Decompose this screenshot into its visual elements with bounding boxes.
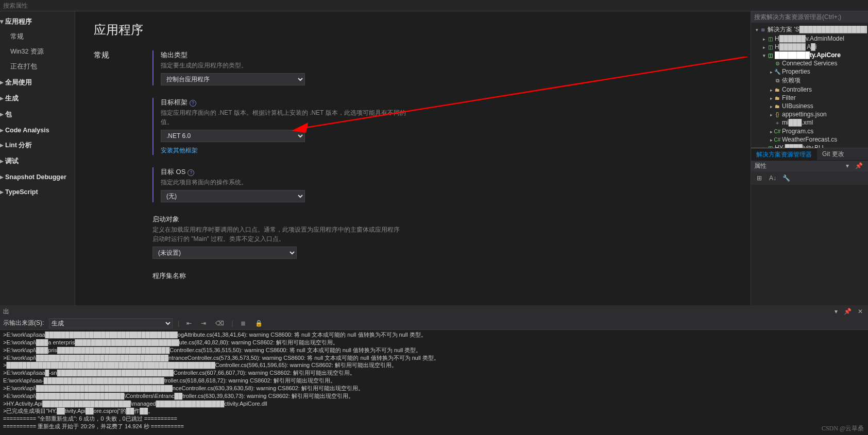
pin-icon[interactable]: ▾: [844, 162, 851, 169]
field-target-framework: 目标框架? 指定应用程序面向的 .NET 版本。根据计算机上安装的 .NET 版…: [152, 98, 732, 155]
sidebar-item[interactable]: ▸生成: [0, 91, 75, 106]
sidebar-item[interactable]: ▸Lint 分析: [0, 138, 75, 153]
tree-node[interactable]: ▸◫HY ████ivity.BLL: [752, 144, 867, 148]
field-startup: 启动对象 定义在加载应用程序时要调用的入口点。通常，此项设置为应用程序中的主窗体…: [152, 215, 732, 259]
right-tab[interactable]: 解决方案资源管理器: [751, 148, 817, 160]
wrench-icon[interactable]: 🔧: [781, 173, 791, 183]
tree-node[interactable]: ▸🔧Properties: [752, 67, 867, 76]
toggle-wrap-icon[interactable]: ≣: [239, 319, 248, 328]
goto-prev-icon[interactable]: ⇤: [184, 319, 194, 328]
sidebar-item[interactable]: ▸TypeScript: [0, 185, 75, 199]
tree-node[interactable]: ▸C#Program.cs: [752, 127, 867, 135]
tree-node[interactable]: ▸◫H██████v.AdminModel: [752, 34, 867, 43]
property-search-bar[interactable]: [0, 0, 868, 11]
sidebar-item[interactable]: 正在打包: [0, 59, 75, 74]
tree-node[interactable]: ▸🖿Controllers: [752, 85, 867, 94]
tree-node[interactable]: ▾◫████████ty.ApiCore: [752, 51, 867, 59]
tree-node[interactable]: ▸{}appsettings.json: [752, 110, 867, 118]
solution-explorer: 搜索解决方案资源管理器(Ctrl+;) ▾⧈解决方案 'S███████████…: [751, 11, 868, 305]
lock-icon[interactable]: 🔒: [253, 319, 265, 328]
startup-title: 启动对象: [152, 215, 179, 223]
goto-next-icon[interactable]: ⇥: [199, 319, 208, 328]
solution-search[interactable]: 搜索解决方案资源管理器(Ctrl+;): [751, 11, 868, 23]
output-type-desc: 指定要生成的应用程序的类型。: [161, 61, 408, 70]
output-body[interactable]: >E:\work\api\saa████████████████████████…: [0, 330, 868, 435]
properties-body: [751, 185, 868, 306]
startup-select[interactable]: (未设置): [152, 247, 297, 259]
help-icon[interactable]: ?: [188, 169, 194, 176]
asm-name-title: 程序集名称: [152, 272, 186, 280]
tree-node[interactable]: ▾⧈解决方案 'S████████████████' (9 个项: [752, 25, 867, 34]
output-tab-label[interactable]: 出: [3, 307, 9, 316]
output-panel: 出 ▾ 📌 ✕ 示输出来源(S): 生成 | ⇤ ⇥ ⌫ | ≣ 🔒 >E:\w…: [0, 305, 868, 435]
clear-icon[interactable]: ⌫: [213, 319, 226, 328]
field-output-type: 输出类型 指定要生成的应用程序的类型。 控制台应用程序: [152, 50, 732, 85]
tree-node[interactable]: ▸◫H██████ A█i: [752, 43, 867, 51]
sidebar-item[interactable]: Win32 资源: [0, 44, 75, 59]
field-target-os: 目标 OS? 指定此项目将面向的操作系统。 (无): [152, 167, 732, 202]
categorize-icon[interactable]: ⊞: [754, 173, 764, 183]
target-os-desc: 指定此项目将面向的操作系统。: [161, 178, 408, 187]
solution-search-placeholder: 搜索解决方案资源管理器(Ctrl+;): [754, 13, 841, 22]
sort-icon[interactable]: A↓: [768, 173, 778, 183]
tree-node[interactable]: ＋mi███.xml: [752, 118, 867, 127]
dropdown-icon[interactable]: ▾: [832, 308, 840, 315]
page-title: 应用程序: [94, 22, 732, 38]
tree-node[interactable]: ▸🖿Filter: [752, 94, 867, 102]
pin-icon[interactable]: 📌: [842, 308, 854, 315]
watermark: CSDN @云草桑: [822, 424, 864, 433]
target-framework-select[interactable]: .NET 6.0: [161, 130, 305, 142]
output-source-select[interactable]: 生成: [49, 318, 173, 328]
tree-node[interactable]: ⚙Connected Services: [752, 59, 867, 67]
sidebar-item[interactable]: 常规: [0, 29, 75, 44]
properties-label: 属性: [754, 162, 767, 170]
tree-node[interactable]: ▸C#WeatherForecast.cs: [752, 135, 867, 144]
output-type-title: 输出类型: [161, 51, 188, 59]
sidebar-item[interactable]: ▸包: [0, 107, 75, 122]
sidebar-item[interactable]: ▾应用程序: [0, 14, 75, 29]
startup-desc: 定义在加载应用程序时要调用的入口点。通常，此项设置为应用程序中的主窗体或应用程序…: [152, 225, 400, 243]
field-asm-name: 程序集名称: [152, 271, 732, 281]
close-icon[interactable]: ✕: [856, 308, 865, 315]
target-os-select[interactable]: (无): [161, 190, 305, 202]
output-source-label: 示输出来源(S):: [3, 319, 44, 327]
properties-toolbar: ⊞ A↓ 🔧: [751, 171, 868, 185]
tree-node[interactable]: ⧉依赖项: [752, 76, 867, 85]
sidebar-item[interactable]: ▸Snapshot Debugger: [0, 170, 75, 184]
property-search-input[interactable]: [3, 2, 106, 9]
output-type-select[interactable]: 控制台应用程序: [161, 73, 305, 85]
install-framework-link[interactable]: 安装其他框架: [161, 146, 198, 155]
target-os-title: 目标 OS: [161, 168, 185, 176]
sidebar-item[interactable]: ▸调试: [0, 154, 75, 169]
right-tab[interactable]: Git 更改: [817, 148, 849, 160]
help-icon[interactable]: ?: [190, 100, 196, 107]
solution-tree[interactable]: ▾⧈解决方案 'S████████████████' (9 个项▸◫H█████…: [751, 23, 868, 148]
tree-node[interactable]: ▸🖿UIBusiness: [752, 102, 867, 110]
sidebar-item[interactable]: ▸Code Analysis: [0, 123, 75, 137]
sidebar: ▾应用程序常规Win32 资源正在打包▸全局使用▸生成▸包▸Code Analy…: [0, 11, 75, 305]
target-framework-title: 目标框架: [161, 98, 188, 106]
properties-header: 属性 ▾ 📌: [751, 160, 868, 171]
section-label: 常规: [94, 50, 152, 293]
pin-icon-2[interactable]: 📌: [853, 162, 865, 169]
right-tabs: 解决方案资源管理器Git 更改: [751, 148, 868, 160]
sidebar-item[interactable]: ▸全局使用: [0, 75, 75, 90]
center-content: 应用程序 常规 输出类型 指定要生成的应用程序的类型。 控制台应用程序 目标框架…: [75, 11, 751, 305]
target-framework-desc: 指定应用程序面向的 .NET 版本。根据计算机上安装的 .NET 版本，此选项可…: [161, 108, 408, 127]
